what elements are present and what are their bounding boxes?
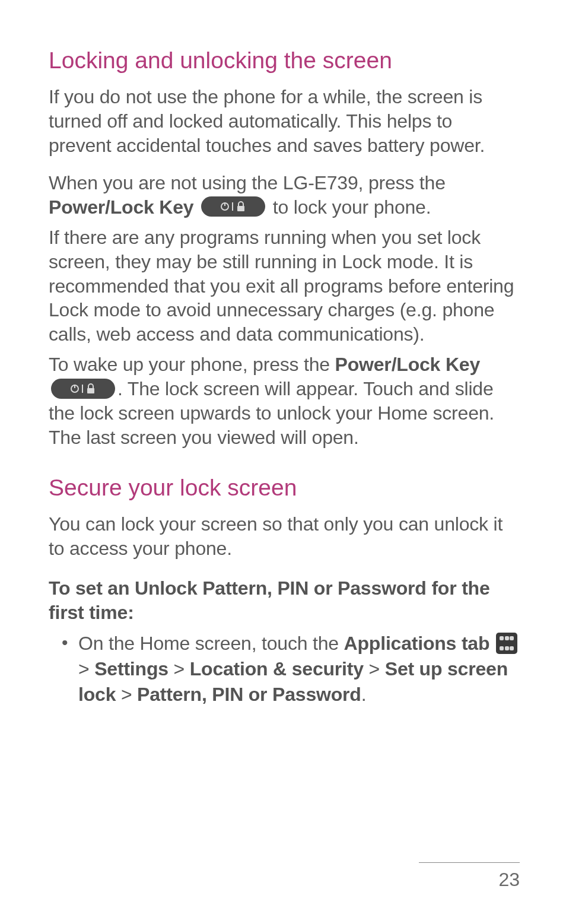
svg-rect-3 (237, 206, 244, 211)
list-item: On the Home screen, touch the Applicatio… (78, 631, 520, 708)
para-secure-intro: You can lock your screen so that only yo… (49, 512, 520, 561)
para-press-lock: When you are not using the LG-E739, pres… (49, 171, 520, 220)
applications-icon (496, 633, 517, 654)
page-footer: 23 (419, 862, 520, 891)
text-fragment: On the Home screen, touch the (78, 633, 344, 654)
svg-rect-7 (87, 388, 94, 393)
power-lock-key-icon (201, 196, 265, 217)
para-intro: If you do not use the phone for a while,… (49, 85, 520, 158)
heading-secure-lock: Secure your lock screen (49, 475, 520, 501)
para-programs-running: If there are any programs running when y… (49, 226, 520, 347)
text-fragment: to lock your phone. (273, 196, 431, 218)
label-location-security: Location & security (190, 658, 364, 679)
steps-list: On the Home screen, touch the Applicatio… (49, 631, 520, 708)
text-fragment: > (168, 658, 190, 679)
footer-rule (419, 862, 520, 863)
text-fragment: > (78, 658, 94, 679)
label-power-lock-key-2: Power/Lock Key (335, 354, 480, 375)
text-fragment: > (364, 658, 385, 679)
text-fragment: . (361, 684, 367, 705)
section-locking: Locking and unlocking the screen If you … (49, 47, 520, 450)
para-wake-up: To wake up your phone, press the Power/L… (49, 353, 520, 450)
subhead-first-time: To set an Unlock Pattern, PIN or Passwor… (49, 576, 520, 625)
label-pattern-pin-password: Pattern, PIN or Password (137, 684, 361, 705)
section-secure-lock: Secure your lock screen You can lock you… (49, 475, 520, 707)
label-power-lock-key: Power/Lock Key (49, 196, 193, 218)
text-fragment: To wake up your phone, press the (49, 354, 335, 375)
heading-locking: Locking and unlocking the screen (49, 47, 520, 74)
manual-page: Locking and unlocking the screen If you … (0, 0, 566, 924)
page-number: 23 (419, 869, 520, 891)
label-settings: Settings (94, 658, 168, 679)
text-fragment: . The lock screen will appear. Touch and… (49, 378, 494, 448)
label-applications-tab: Applications tab (344, 633, 490, 654)
text-fragment: When you are not using the LG-E739, pres… (49, 172, 446, 193)
power-lock-key-icon (51, 379, 115, 399)
text-fragment: > (116, 684, 137, 705)
